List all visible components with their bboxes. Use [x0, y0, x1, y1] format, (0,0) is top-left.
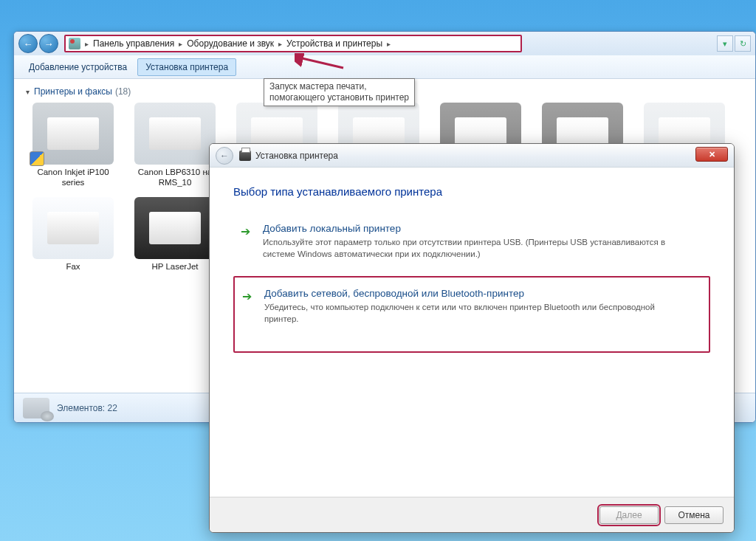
device-item[interactable]: Fax [26, 197, 120, 272]
toolbar-install-printer[interactable]: Установка принтера [137, 58, 236, 76]
device-label: Canon LBP6310 на RMS_10 [128, 168, 222, 188]
svg-line-0 [299, 58, 343, 68]
wizard-body: Выбор типа устанавливаемого принтера ➔ Д… [210, 168, 734, 381]
option-description: Используйте этот параметр только при отс… [263, 237, 676, 260]
breadcrumb-bar[interactable]: ▸ Панель управления ▸ Оборудование и зву… [64, 35, 522, 52]
status-count: 22 [108, 403, 117, 413]
chevron-right-icon: ▸ [387, 40, 391, 48]
option-title: Добавить сетевой, беспроводной или Bluet… [264, 288, 678, 299]
nav-forward-button[interactable]: → [39, 34, 58, 53]
option-text: Добавить локальный принтер Используйте э… [263, 223, 676, 260]
device-item[interactable]: Canon LBP6310 на RMS_10 [128, 103, 222, 188]
option-description: Убедитесь, что компьютер подключен к сет… [264, 302, 678, 325]
address-dropdown-button[interactable]: ▾ [717, 35, 733, 52]
install-printer-tooltip: Запуск мастера печати, помогающего устан… [264, 78, 415, 106]
nav-back-button[interactable]: ← [18, 34, 38, 53]
device-label: HP LaserJet [128, 262, 222, 272]
device-label: Fax [26, 262, 120, 272]
group-count: (18) [115, 86, 131, 97]
breadcrumb-item-2[interactable]: Устройства и принтеры [284, 38, 385, 49]
collapse-triangle-icon[interactable]: ▾ [26, 88, 30, 96]
printer-icon [134, 103, 216, 165]
chevron-right-icon: ▸ [85, 40, 89, 48]
breadcrumb-item-1[interactable]: Оборудование и звук [184, 38, 277, 49]
group-title: Принтеры и факсы [34, 86, 112, 97]
device-item[interactable]: Canon Inkjet iP100 series [26, 103, 120, 188]
wizard-footer: Далее Отмена [210, 497, 734, 532]
device-label: Canon Inkjet iP100 series [26, 168, 120, 188]
wizard-titlebar[interactable]: ← Установка принтера ✕ [210, 144, 734, 168]
annotation-arrow-icon [295, 53, 346, 71]
toolbar-add-device[interactable]: Добавление устройства [21, 59, 134, 75]
wizard-next-button[interactable]: Далее [599, 506, 659, 524]
chevron-right-icon: ▸ [278, 40, 282, 48]
refresh-button[interactable]: ↻ [735, 35, 751, 52]
printer-icon [239, 151, 251, 161]
wizard-close-button[interactable]: ✕ [695, 147, 728, 162]
tooltip-line-1: Запуск мастера печати, [269, 81, 409, 92]
wizard-cancel-button[interactable]: Отмена [664, 506, 724, 524]
breadcrumb-item-0[interactable]: Панель управления [90, 38, 177, 49]
status-label: Элементов: [57, 403, 105, 413]
option-arrow-icon: ➔ [241, 224, 254, 238]
shield-badge-icon [30, 151, 44, 166]
address-bar-row: ← → ▸ Панель управления ▸ Оборудование и… [14, 32, 755, 55]
wizard-option-network-printer[interactable]: ➔ Добавить сетевой, беспроводной или Blu… [233, 276, 710, 353]
explorer-toolbar: Добавление устройства Установка принтера [14, 55, 755, 79]
devices-status-icon [23, 398, 49, 418]
status-text: Элементов: 22 [57, 403, 117, 413]
tooltip-line-2: помогающего установить принтер [269, 92, 409, 103]
fax-icon [32, 197, 114, 259]
chevron-right-icon: ▸ [179, 40, 182, 48]
printer-icon [32, 103, 114, 165]
wizard-option-local-printer[interactable]: ➔ Добавить локальный принтер Используйте… [233, 217, 710, 266]
control-panel-icon [69, 38, 80, 49]
add-printer-wizard: ← Установка принтера ✕ Выбор типа устана… [209, 143, 735, 533]
option-text: Добавить сетевой, беспроводной или Bluet… [264, 288, 678, 325]
option-title: Добавить локальный принтер [263, 223, 676, 234]
wizard-heading: Выбор типа устанавливаемого принтера [233, 185, 710, 198]
wizard-back-button[interactable]: ← [216, 147, 233, 165]
printer-icon [134, 197, 216, 259]
nav-buttons: ← → [18, 34, 58, 53]
option-arrow-icon: ➔ [242, 289, 255, 303]
device-item[interactable]: HP LaserJet [128, 197, 222, 272]
address-trailing-buttons: ▾ ↻ [522, 35, 751, 52]
wizard-title-text: Установка принтера [255, 151, 338, 161]
